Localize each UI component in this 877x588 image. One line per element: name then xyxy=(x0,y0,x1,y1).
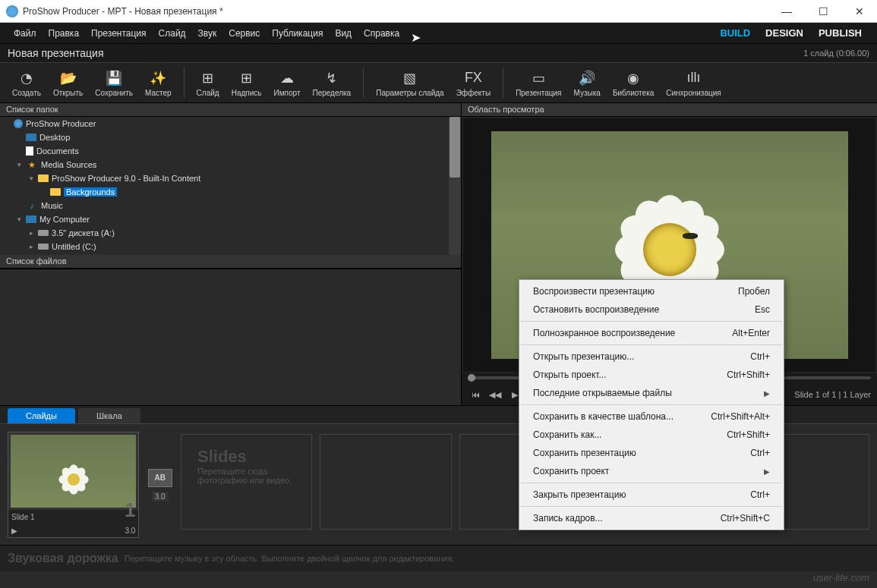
menu-file[interactable]: Файл xyxy=(8,28,43,39)
slide-1[interactable]: Slide 1 1 ▶ 3.0 xyxy=(8,432,139,538)
transition-1[interactable]: AB 3.0 xyxy=(147,432,173,538)
tree-item-label: Desktop xyxy=(39,133,70,142)
context-item-16[interactable]: Запись кадров...Ctrl+Shift+C xyxy=(519,509,784,527)
menu-help[interactable]: Справка xyxy=(358,28,405,39)
context-item-3[interactable]: Полноэкранное воспроизведениеAlt+Enter xyxy=(519,324,784,342)
tree-item-0[interactable]: ProShow Producer xyxy=(0,117,461,130)
menu-sound[interactable]: Звук xyxy=(192,28,223,39)
tree-item-label: My Computer xyxy=(39,215,90,224)
star-icon: ★ xyxy=(26,159,38,170)
context-item-label: Открыть проект... xyxy=(533,369,607,380)
drive-icon xyxy=(38,244,49,250)
file-list[interactable] xyxy=(0,269,461,405)
tool-import[interactable]: ☁Импорт xyxy=(270,68,305,99)
context-item-7[interactable]: Последние открываемые файлы▶ xyxy=(519,384,784,402)
prev-button[interactable]: ◀◀ xyxy=(487,387,503,402)
tree-item-2[interactable]: Documents xyxy=(0,144,461,158)
tree-item-4[interactable]: ▾ProShow Producer 9.0 - Built-In Content xyxy=(0,171,461,185)
tree-item-1[interactable]: Desktop xyxy=(0,130,461,144)
caption-label: Надпись xyxy=(232,89,262,97)
tool-slide[interactable]: ⊞Слайд xyxy=(192,68,224,99)
tool-remix[interactable]: ↯Переделка xyxy=(308,68,355,99)
context-item-14[interactable]: Закрыть презентациюCtrl+ xyxy=(519,486,784,504)
mode-publish[interactable]: PUBLISH xyxy=(811,27,869,39)
slide-1-thumbnail[interactable] xyxy=(11,435,136,508)
subtitle-bar: Новая презентация 1 слайд (0:06.00) xyxy=(0,44,877,62)
maximize-button[interactable]: ☐ xyxy=(812,4,834,19)
tree-item-10[interactable]: VMware Tools (D:) xyxy=(0,253,461,255)
preview-header: Область просмотра xyxy=(462,103,877,117)
tree-expand-icon[interactable]: ▾ xyxy=(15,215,23,223)
effects-label: Эффекты xyxy=(456,89,491,97)
slides-hint-title: Slides xyxy=(197,447,292,467)
app-logo-icon xyxy=(6,5,18,17)
context-item-10[interactable]: Сохранить как...Ctrl+Shift+ xyxy=(519,426,784,444)
context-item-shortcut: Ctrl+Shift+ xyxy=(727,429,770,440)
context-item-label: Закрыть презентацию xyxy=(533,489,626,500)
tree-expand-icon[interactable]: ▾ xyxy=(27,175,35,182)
tool-music[interactable]: 🔊Музыка xyxy=(569,68,605,99)
tree-item-label: Media Sources xyxy=(41,160,96,169)
close-button[interactable]: ✕ xyxy=(848,4,871,19)
tree-item-8[interactable]: ▸3.5" дискета (A:) xyxy=(0,226,461,240)
minimize-button[interactable]: — xyxy=(775,4,798,19)
files-header: Список файлов xyxy=(0,255,461,269)
transition-icon[interactable]: AB xyxy=(148,469,172,487)
timeline-thumb[interactable] xyxy=(468,374,475,382)
tool-create[interactable]: ◔Создать xyxy=(8,68,46,99)
tree-expand-icon[interactable]: ▸ xyxy=(27,229,35,237)
empty-slide-2[interactable] xyxy=(320,434,451,530)
context-item-11[interactable]: Сохранить презентациюCtrl+ xyxy=(519,444,784,462)
tree-item-7[interactable]: ▾My Computer xyxy=(0,212,461,226)
context-item-12[interactable]: Сохранить проект▶ xyxy=(519,462,784,480)
tree-item-3[interactable]: ▾★Media Sources xyxy=(0,158,461,171)
slide-1-time[interactable]: 3.0 xyxy=(125,527,135,535)
present-icon: ▭ xyxy=(529,69,547,87)
context-item-5[interactable]: Открыть презентацию...Ctrl+ xyxy=(519,347,784,366)
menu-slide[interactable]: Слайд xyxy=(153,28,192,39)
context-item-1[interactable]: Остановить воспроизведениеEsc xyxy=(519,300,784,319)
create-label: Создать xyxy=(12,89,41,97)
tree-item-9[interactable]: ▸Untitled (C:) xyxy=(0,240,461,253)
context-item-0[interactable]: Воспроизвести презентациюПробел xyxy=(519,282,784,300)
context-item-shortcut: Ctrl+Shift+C xyxy=(721,513,770,524)
tool-library[interactable]: ◉Библиотека xyxy=(608,68,658,99)
context-item-6[interactable]: Открыть проект...Ctrl+Shift+ xyxy=(519,366,784,384)
menu-publish[interactable]: Публикация xyxy=(266,28,329,39)
context-item-label: Открыть презентацию... xyxy=(533,351,634,362)
context-item-9[interactable]: Сохранить в качестве шаблона...Ctrl+Shif… xyxy=(519,407,784,426)
menu-edit[interactable]: Правка xyxy=(43,28,86,39)
transition-time[interactable]: 3.0 xyxy=(152,492,169,502)
menubar: Файл Правка Презентация Слайд Звук Серви… xyxy=(0,23,877,44)
wizard-label: Мастер xyxy=(145,89,172,97)
tool-present[interactable]: ▭Презентация xyxy=(511,68,566,99)
menu-service[interactable]: Сервис xyxy=(222,28,266,39)
tool-effects[interactable]: FXЭффекты xyxy=(452,68,495,99)
first-button[interactable]: ⏮ xyxy=(468,387,483,402)
mode-build[interactable]: BUILD xyxy=(712,27,758,39)
context-item-label: Воспроизвести презентацию xyxy=(533,286,655,297)
tree-item-6[interactable]: ♪Music xyxy=(0,199,461,212)
audio-track[interactable]: Звуковая дорожка Перетащите музыку в эту… xyxy=(0,545,877,571)
tab-slides[interactable]: Слайды xyxy=(8,408,75,423)
context-item-shortcut: Ctrl+ xyxy=(750,448,770,458)
tool-save[interactable]: 💾Сохранить xyxy=(90,68,137,99)
tree-scrollbar[interactable] xyxy=(449,117,461,255)
tab-scale[interactable]: Шкала xyxy=(78,408,140,423)
folder-tree[interactable]: ProShow ProducerDesktopDocuments▾★Media … xyxy=(0,117,461,255)
tool-open[interactable]: 📂Открыть xyxy=(49,68,87,99)
tree-expand-icon[interactable]: ▸ xyxy=(27,243,35,250)
menu-view[interactable]: Вид xyxy=(329,28,358,39)
tree-item-5[interactable]: Backgrounds xyxy=(0,185,461,199)
menu-presentation[interactable]: Презентация xyxy=(85,28,153,39)
slide-play-icon[interactable]: ▶ xyxy=(11,527,17,535)
tool-sync[interactable]: ıllıСинхронизация xyxy=(661,68,725,99)
context-item-shortcut: Alt+Enter xyxy=(732,328,770,338)
tool-slideopts[interactable]: ▧Параметры слайда xyxy=(371,68,448,99)
mode-design[interactable]: DESIGN xyxy=(758,27,811,39)
tool-caption[interactable]: ⊞Надпись xyxy=(227,68,267,99)
tree-scroll-thumb[interactable] xyxy=(450,117,460,178)
tree-expand-icon[interactable]: ▾ xyxy=(15,161,23,168)
computer-icon xyxy=(26,215,36,223)
tool-wizard[interactable]: ✨Мастер xyxy=(140,68,176,99)
